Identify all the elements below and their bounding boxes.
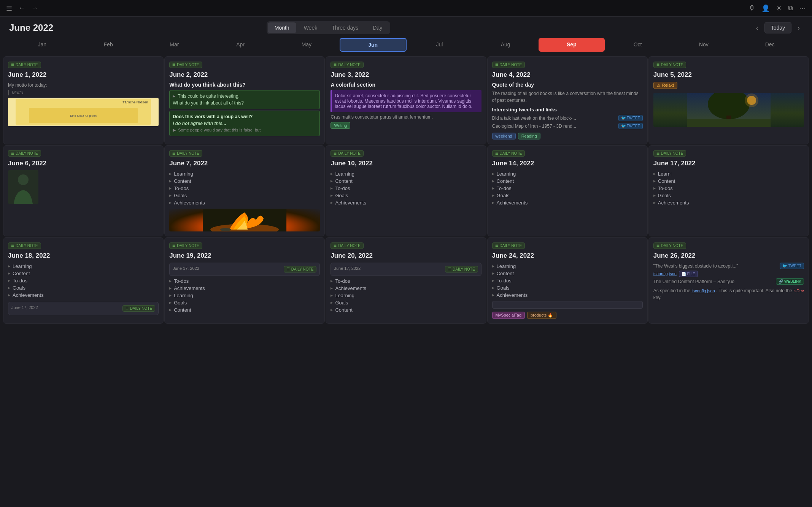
card-june14[interactable]: DAILY NOTE June 14, 2022 Learning Conten…	[487, 145, 648, 237]
weblink-badge-26: 🔗 WEBLINK	[776, 278, 804, 285]
month-nov[interactable]: Nov	[671, 38, 737, 52]
list-item-17-0: Learni	[653, 170, 804, 177]
quote-row-26: "The West's biggest obstacle to accepti.…	[653, 263, 804, 269]
card-june24[interactable]: DAILY NOTE June 24, 2022 Learning Conten…	[487, 237, 648, 324]
badge-june10: DAILY NOTE	[331, 150, 364, 157]
motto-value: Motto	[8, 90, 159, 95]
list-item-10-4: Achievements	[331, 199, 481, 206]
title-june14: June 14, 2022	[492, 160, 643, 167]
list-item-18-1: Content	[8, 270, 159, 277]
copy-icon[interactable]: ⧉	[788, 4, 793, 12]
prev-arrow[interactable]: ‹	[753, 22, 761, 33]
list-item-20-3: Goals	[331, 299, 481, 306]
tab-week[interactable]: Week	[297, 22, 324, 33]
month-jan[interactable]: Jan	[9, 38, 75, 52]
month-jun[interactable]: Jun	[340, 38, 407, 52]
list-item-10-0: Learning	[331, 170, 481, 177]
list-item-20-1: Achievements	[331, 285, 481, 292]
today-button[interactable]: Today	[764, 22, 791, 33]
card-june2[interactable]: DAILY NOTE June 2, 2022 What do you thin…	[164, 56, 325, 144]
list-item-20-4: Content	[331, 306, 481, 314]
green-box2-june2: Does this work with a group as well? I d…	[169, 111, 320, 136]
tag-weekend: weekend	[492, 133, 516, 139]
tweet-badge-1: 🐦 TWEET	[618, 115, 643, 121]
tab-month[interactable]: Month	[268, 22, 296, 33]
svg-point-11	[220, 228, 231, 231]
list-item-20-2: Learning	[331, 292, 481, 299]
tab-day[interactable]: Day	[366, 22, 389, 33]
tag-writing: Writing	[331, 122, 350, 129]
list-item-19-3: Goals	[169, 299, 320, 306]
list-item-17-4: Achievements	[653, 199, 804, 206]
card-june18[interactable]: DAILY NOTE June 18, 2022 Learning Conten…	[3, 237, 164, 324]
card-june6[interactable]: DAILY NOTE June 6, 2022	[3, 145, 164, 237]
month-sep[interactable]: Sep	[539, 38, 605, 52]
month-apr[interactable]: Apr	[207, 38, 273, 52]
sun-icon[interactable]: ☀	[776, 4, 782, 13]
month-aug[interactable]: Aug	[472, 38, 539, 52]
card-june3[interactable]: DAILY NOTE June 3, 2022 A colorful secti…	[326, 56, 486, 144]
back-icon[interactable]: ←	[18, 4, 25, 12]
list-item-24-3: Goals	[492, 284, 643, 292]
tags-row-june4: weekend Reading	[492, 133, 643, 139]
footer-june3: Cras mattis consectetur purus sit amet f…	[331, 114, 481, 120]
month-may[interactable]: May	[273, 38, 340, 52]
badge-june3: DAILY NOTE	[331, 62, 364, 68]
badge-june7: DAILY NOTE	[169, 150, 202, 157]
card-june20[interactable]: DAILY NOTE June 20, 2022 June 17, 2022 D…	[326, 237, 486, 324]
title-june6: June 6, 2022	[8, 160, 159, 167]
nav-controls: ‹ Today ›	[753, 22, 803, 33]
month-oct[interactable]: Oct	[605, 38, 671, 52]
person-icon[interactable]: 👤	[761, 4, 770, 13]
card-june4[interactable]: DAILY NOTE June 4, 2022 Quote of the day…	[487, 56, 648, 144]
badge-june17: DAILY NOTE	[653, 150, 686, 157]
subtitle-june3: A colorful section	[331, 82, 481, 88]
weblink-row-26: The Unified Content Platform – Sanity.io…	[653, 278, 804, 285]
card-june19[interactable]: DAILY NOTE June 19, 2022 June 17, 2022 D…	[164, 237, 325, 324]
title-june1: June 1, 2022	[8, 71, 159, 79]
month-mar[interactable]: Mar	[141, 38, 208, 52]
menu-icon[interactable]: ☰	[6, 4, 12, 13]
list-item-7-4: Achievements	[169, 199, 320, 206]
title-june24: June 24, 2022	[492, 252, 643, 260]
tweets-header: Interesting tweets and links	[492, 107, 643, 112]
title-june4: June 4, 2022	[492, 71, 643, 79]
list-item-24-4: Achievements	[492, 292, 643, 299]
nested-card-19: June 17, 2022 DAILY NOTE	[169, 263, 320, 276]
tree-image	[653, 93, 804, 127]
card-june7[interactable]: DAILY NOTE June 7, 2022 Learning Content…	[164, 145, 325, 237]
tag-myspecial: MySpecialTag	[492, 312, 525, 319]
month-jul[interactable]: Jul	[407, 38, 473, 52]
list-item-19-0: To-dos	[169, 277, 320, 285]
badge-june2: DAILY NOTE	[169, 62, 202, 68]
month-feb[interactable]: Feb	[75, 38, 141, 52]
microphone-icon[interactable]: 🎙	[748, 4, 755, 12]
month-nav: Jan Feb Mar Apr May Jun Jul Aug Sep Oct …	[0, 34, 812, 55]
green-box-june2: ▶ This could be quite interesting. What …	[169, 90, 320, 109]
list-item-24-1: Content	[492, 270, 643, 277]
tab-three-days[interactable]: Three days	[325, 22, 365, 33]
card-june17[interactable]: DAILY NOTE June 17, 2022 Learni Content …	[648, 145, 809, 237]
list-item-20-0: To-dos	[331, 277, 481, 285]
list-item-19-4: Content	[169, 306, 320, 314]
dots-icon[interactable]: ⋯	[799, 4, 806, 13]
progress-bar-24	[492, 301, 643, 309]
svg-point-5	[745, 93, 758, 107]
card-june5[interactable]: DAILY NOTE June 5, 2022 ⚠ Relax!	[648, 56, 809, 144]
list-item-7-3: Goals	[169, 192, 320, 199]
month-dec[interactable]: Dec	[737, 38, 803, 52]
list-item-14-4: Achievements	[492, 199, 643, 206]
card-june10[interactable]: DAILY NOTE June 10, 2022 Learning Conten…	[326, 145, 486, 237]
next-arrow[interactable]: ›	[795, 22, 803, 33]
tweet-row-1: Did a talk last week on the rise of bloc…	[492, 115, 643, 122]
title-june3: June 3, 2022	[331, 71, 481, 79]
card-june1[interactable]: DAILY NOTE June 1, 2022 My motto for tod…	[3, 56, 164, 144]
card-june26[interactable]: DAILY NOTE June 26, 2022 "The West's big…	[648, 237, 809, 324]
list-item-7-2: To-dos	[169, 185, 320, 192]
badge-june4: DAILY NOTE	[492, 62, 525, 68]
list-item-18-0: Learning	[8, 263, 159, 270]
quote-text: The reading of all good books is like a …	[492, 90, 643, 104]
page-title: June 2022	[9, 22, 85, 33]
tag-reading: Reading	[518, 133, 540, 139]
forward-icon[interactable]: →	[31, 4, 38, 12]
